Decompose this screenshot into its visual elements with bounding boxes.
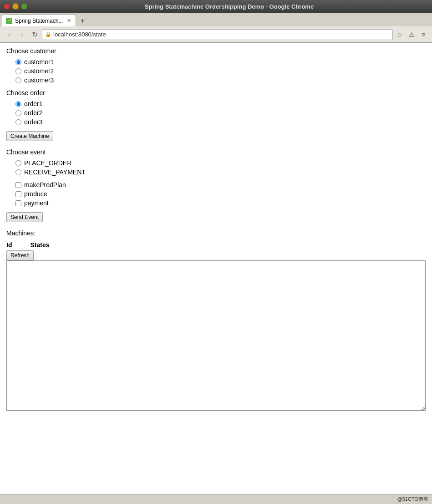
order1-label[interactable]: order1 — [24, 100, 42, 107]
address-bar[interactable]: 🔒 — [42, 29, 393, 40]
make-prod-plan-label[interactable]: makeProdPlan — [24, 181, 66, 188]
list-item: customer2 — [15, 67, 426, 75]
machines-table-header: Id States — [6, 241, 426, 249]
payment-checkbox[interactable] — [15, 200, 21, 206]
customer3-radio[interactable] — [15, 77, 21, 83]
menu-icon[interactable]: ≡ — [418, 30, 428, 40]
back-button[interactable]: ‹ — [4, 29, 15, 40]
order1-radio[interactable] — [15, 101, 21, 107]
title-bar: Spring Statemachine Ordershipping Demo -… — [0, 0, 432, 13]
event-radio-list: PLACE_ORDER RECEIVE_PAYMENT — [15, 159, 426, 176]
customer1-label[interactable]: customer1 — [24, 58, 54, 66]
browser-refresh-button[interactable]: ↻ — [29, 29, 40, 40]
tab-bar: 🌱 Spring Statemach... ✕ + — [0, 13, 432, 26]
tab-favicon: 🌱 — [6, 18, 12, 24]
address-input[interactable] — [53, 31, 390, 38]
payment-label[interactable]: payment — [24, 199, 49, 207]
window-controls[interactable] — [4, 3, 27, 10]
order3-radio[interactable] — [15, 119, 21, 125]
choose-order-label: Choose order — [6, 89, 426, 97]
list-item: payment — [15, 199, 426, 207]
close-button[interactable] — [4, 3, 10, 10]
customer-list: customer1 customer2 customer3 — [15, 58, 426, 84]
produce-label[interactable]: produce — [24, 190, 47, 198]
order2-radio[interactable] — [15, 110, 21, 116]
forward-button[interactable]: › — [16, 29, 27, 40]
place-order-radio[interactable] — [15, 160, 21, 166]
event-checkbox-list: makeProdPlan produce payment — [15, 181, 426, 207]
refresh-button[interactable]: Refresh — [6, 250, 34, 260]
new-tab-button[interactable]: + — [77, 15, 88, 26]
list-item: RECEIVE_PAYMENT — [15, 168, 426, 176]
list-item: order1 — [15, 100, 426, 107]
produce-checkbox[interactable] — [15, 191, 21, 197]
page-content: Choose customer customer1 customer2 cust… — [0, 43, 432, 494]
address-icon: 🔒 — [45, 31, 51, 37]
send-event-button[interactable]: Send Event — [6, 212, 43, 222]
order2-label[interactable]: order2 — [24, 109, 42, 117]
alert-icon[interactable]: ⚠ — [407, 30, 417, 40]
list-item: produce — [15, 190, 426, 198]
list-item: customer3 — [15, 76, 426, 84]
machines-label: Machines: — [6, 229, 426, 237]
customer3-label[interactable]: customer3 — [24, 76, 54, 84]
list-item: makeProdPlan — [15, 181, 426, 188]
status-bar: @51CTO博客 — [0, 494, 432, 504]
id-column-header: Id — [6, 241, 12, 249]
place-order-label[interactable]: PLACE_ORDER — [24, 159, 71, 167]
machines-output[interactable] — [6, 260, 426, 411]
tab-label: Spring Statemach... — [15, 18, 63, 24]
window-title: Spring Statemachine Ordershipping Demo -… — [30, 3, 428, 10]
customer1-radio[interactable] — [15, 59, 21, 65]
customer2-label[interactable]: customer2 — [24, 67, 54, 75]
create-machine-button[interactable]: Create Machine — [6, 131, 53, 141]
bookmark-icon[interactable]: ☆ — [395, 30, 405, 40]
make-prod-plan-checkbox[interactable] — [15, 182, 21, 188]
status-watermark: @51CTO博客 — [397, 496, 428, 503]
receive-payment-radio[interactable] — [15, 169, 21, 175]
list-item: order2 — [15, 109, 426, 117]
list-item: PLACE_ORDER — [15, 159, 426, 167]
order3-label[interactable]: order3 — [24, 118, 42, 126]
nav-right-icons: ☆ ⚠ ≡ — [395, 30, 428, 40]
nav-bar: ‹ › ↻ 🔒 ☆ ⚠ ≡ — [0, 26, 432, 43]
active-tab[interactable]: 🌱 Spring Statemach... ✕ — [2, 15, 76, 26]
order-list: order1 order2 order3 — [15, 100, 426, 126]
tab-close-icon[interactable]: ✕ — [66, 18, 72, 24]
list-item: order3 — [15, 118, 426, 126]
choose-event-label: Choose event — [6, 148, 426, 156]
customer2-radio[interactable] — [15, 68, 21, 74]
maximize-button[interactable] — [21, 3, 27, 10]
list-item: customer1 — [15, 58, 426, 66]
minimize-button[interactable] — [12, 3, 19, 10]
receive-payment-label[interactable]: RECEIVE_PAYMENT — [24, 168, 86, 176]
states-column-header: States — [30, 241, 49, 249]
choose-customer-label: Choose customer — [6, 47, 426, 55]
